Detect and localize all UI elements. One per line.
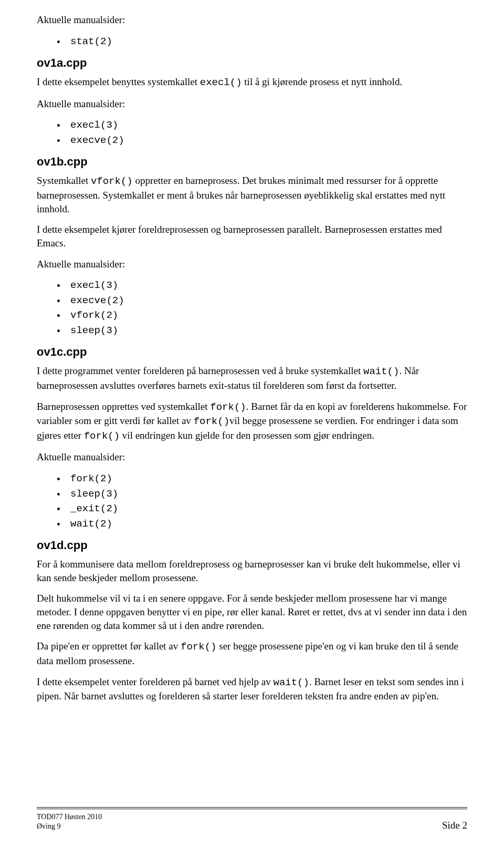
paragraph: Barneprosessen opprettes ved systemkalle…: [37, 400, 467, 443]
list-item: execve(2): [57, 293, 467, 308]
manual-label: Aktuelle manualsider:: [37, 13, 467, 27]
list-item: vfork(2): [57, 308, 467, 323]
list-item: _exit(2): [57, 501, 467, 517]
list-item: sleep(3): [57, 323, 467, 338]
list-item: execve(2): [57, 133, 467, 148]
list-item: sleep(3): [57, 487, 467, 502]
paragraph: Da pipe'en er opprettet før kallet av fo…: [37, 639, 467, 667]
footer-divider: [37, 807, 467, 809]
manual-list-ov1b: execl(3) execve(2) vfork(2) sleep(3): [57, 278, 467, 338]
list-item: fork(2): [57, 471, 467, 487]
list-item: execl(3): [57, 278, 467, 293]
manual-list-ov1a: execl(3) execve(2): [57, 118, 467, 148]
page-footer: TOD077 Høsten 2010 Øving 9 Side 2: [37, 807, 467, 831]
footer-course: TOD077 Høsten 2010: [37, 812, 102, 822]
manual-list-intro: stat(2): [57, 34, 467, 49]
manual-list-ov1c: fork(2) sleep(3) _exit(2) wait(2): [57, 471, 467, 531]
footer-page: Side 2: [442, 820, 467, 831]
footer-exercise: Øving 9: [37, 822, 102, 831]
manual-label: Aktuelle manualsider:: [37, 97, 467, 111]
paragraph: I dette eksempelet kjører foreldreproses…: [37, 223, 467, 250]
paragraph: I dette programmet venter forelderen på …: [37, 364, 467, 392]
paragraph: I dette eksempelet venter forelderen på …: [37, 675, 467, 703]
section-heading-ov1c: ov1c.cpp: [37, 345, 467, 359]
section-heading-ov1b: ov1b.cpp: [37, 155, 467, 169]
section-heading-ov1d: ov1d.cpp: [37, 539, 467, 552]
section-heading-ov1a: ov1a.cpp: [37, 56, 467, 70]
paragraph: Systemkallet vfork() oppretter en barnep…: [37, 174, 467, 215]
manual-label: Aktuelle manualsider:: [37, 257, 467, 271]
manual-label: Aktuelle manualsider:: [37, 450, 467, 464]
list-item: execl(3): [57, 118, 467, 133]
paragraph: Delt hukommelse vil vi ta i en senere op…: [37, 592, 467, 632]
paragraph: I dette eksempelet benyttes systemkallet…: [37, 75, 467, 90]
paragraph: For å kommunisere data mellom foreldrepr…: [37, 557, 467, 584]
list-item: stat(2): [57, 34, 467, 49]
list-item: wait(2): [57, 517, 467, 532]
